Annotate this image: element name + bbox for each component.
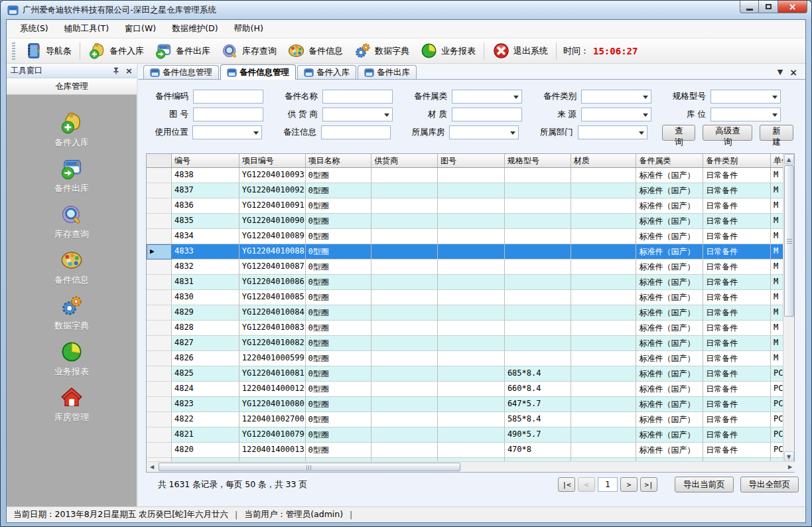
table-row[interactable]: 4823YG122040100800型圈647*5.7标准件（国产）日常备件PC bbox=[147, 397, 784, 412]
cell-供货商 bbox=[372, 321, 438, 336]
advanced-query-button[interactable]: 高级查询 bbox=[703, 125, 752, 141]
table-row[interactable]: 4830YG122040100850型圈标准件（国产）日常备件M bbox=[147, 290, 784, 305]
last-page-button[interactable]: >| bbox=[640, 477, 657, 492]
tab-list-dropdown-icon[interactable]: ▼ bbox=[778, 68, 783, 76]
table-row[interactable]: 4836YG122040100910型圈标准件（国产）日常备件M bbox=[147, 198, 784, 214]
close-button[interactable]: × bbox=[778, 1, 807, 13]
form-select-备件类别[interactable] bbox=[581, 90, 651, 104]
sidebar-item-warehouse[interactable]: 库房管理 bbox=[32, 386, 111, 431]
form-text-input-备件名称[interactable] bbox=[322, 90, 393, 104]
form-select-来 源[interactable] bbox=[581, 108, 651, 121]
scroll-right-icon[interactable]: ▶ bbox=[785, 463, 795, 472]
column-header-项目名称[interactable]: 项目名称 bbox=[306, 154, 372, 167]
sidebar-item-inventory-query[interactable]: 库存查询 bbox=[32, 202, 111, 248]
column-header-备件类别[interactable]: 备件类别 bbox=[703, 154, 771, 167]
cell-项目编号: YG12204010092 bbox=[239, 183, 306, 198]
column-header-供货商[interactable]: 供货商 bbox=[372, 154, 438, 167]
first-page-button[interactable]: |< bbox=[558, 477, 575, 492]
maximize-button[interactable] bbox=[759, 1, 778, 13]
column-header-规格型号[interactable]: 规格型号 bbox=[505, 154, 571, 167]
tool-window-close-icon[interactable]: × bbox=[125, 67, 133, 75]
tab-3[interactable]: 备件出库 bbox=[358, 65, 417, 79]
form-text-input-材 质[interactable] bbox=[452, 108, 522, 121]
toolbar-grip[interactable] bbox=[12, 42, 15, 60]
sidebar-item-report[interactable]: 业务报表 bbox=[32, 340, 111, 386]
form-text-input-备件编码[interactable] bbox=[193, 90, 263, 104]
table-row[interactable]: 4838YG122040100930型圈标准件（国产）日常备件M bbox=[147, 168, 784, 183]
table-row[interactable]: 4832YG122040100870型圈标准件（国产）日常备件M bbox=[147, 260, 784, 275]
query-button[interactable]: 查询 bbox=[662, 125, 696, 141]
table-row[interactable]: 4837YG122040100920型圈标准件（国产）日常备件M bbox=[147, 183, 784, 198]
field-label: 备件名称 bbox=[278, 91, 318, 102]
toolbar-navigator-button[interactable]: 导航条 bbox=[19, 40, 77, 62]
table-row[interactable]: 482212204010027000型圈585*8.4标准件（国产）日常备件PC bbox=[147, 412, 784, 427]
toolbar-data-dict-button[interactable]: 数据字典 bbox=[348, 40, 415, 62]
table-row[interactable]: 4828YG122040100830型圈标准件（国产）日常备件M bbox=[147, 321, 784, 336]
tab-2[interactable]: 备件入库 bbox=[297, 65, 356, 79]
toolbar-stock-in-button[interactable]: 备件入库 bbox=[83, 40, 149, 62]
export-current-page-button[interactable]: 导出当前页 bbox=[675, 477, 734, 492]
menu-item[interactable]: 窗口(W) bbox=[117, 21, 164, 37]
toolbar-inventory-query-button[interactable]: 库存查询 bbox=[216, 40, 282, 62]
vertical-scrollbar[interactable]: ▲ ▼ bbox=[783, 154, 794, 462]
form-text-input-图 号[interactable] bbox=[193, 108, 263, 121]
navigator-icon bbox=[25, 42, 42, 60]
form-select-供 货 商[interactable] bbox=[322, 108, 393, 121]
scroll-down-icon[interactable]: ▼ bbox=[784, 451, 794, 462]
horizontal-scroll-thumb[interactable] bbox=[159, 463, 460, 471]
export-all-pages-button[interactable]: 导出全部页 bbox=[740, 477, 799, 492]
form-select-库 位[interactable] bbox=[710, 108, 781, 121]
table-row[interactable]: 4829YG122040100840型圈标准件（国产）日常备件M bbox=[147, 305, 784, 321]
table-row[interactable]: 4834YG122040100890型圈标准件（国产）日常备件M bbox=[147, 229, 784, 244]
sidebar-item-stock-out[interactable]: 备件出库 bbox=[32, 157, 111, 202]
scroll-left-icon[interactable]: ◀ bbox=[147, 463, 157, 472]
table-row[interactable]: 4835YG122040100900型圈标准件（国产）日常备件M bbox=[147, 214, 784, 229]
form-select-所属库房[interactable] bbox=[449, 125, 519, 139]
table-row[interactable]: 4825YG122040100810型圈685*8.4标准件（国产）日常备件PC bbox=[147, 366, 784, 382]
minimize-button[interactable] bbox=[740, 1, 759, 13]
cell-编号: 4825 bbox=[172, 366, 239, 382]
form-text-input-备注信息[interactable] bbox=[321, 125, 391, 139]
tab-1-active[interactable]: 备件信息管理 bbox=[220, 64, 296, 80]
sidebar-item-parts-info[interactable]: 备件信息 bbox=[32, 248, 111, 294]
tab-close-icon[interactable]: × bbox=[789, 69, 797, 76]
column-header-图号[interactable]: 图号 bbox=[438, 154, 505, 167]
page-number-input[interactable]: 1 bbox=[598, 477, 618, 492]
pin-icon[interactable] bbox=[112, 67, 120, 75]
menu-item[interactable]: 数据维护(D) bbox=[164, 21, 226, 37]
table-row[interactable]: 482612204010005990型圈标准件（国产）日常备件M bbox=[147, 351, 784, 366]
scroll-up-icon[interactable]: ▲ bbox=[784, 154, 794, 165]
column-header-编号[interactable]: 编号 bbox=[172, 154, 239, 167]
tab-0[interactable]: 备件信息管理 bbox=[143, 65, 219, 79]
form-select-使用位置[interactable] bbox=[192, 125, 262, 139]
table-row[interactable]: 4831YG122040100860型圈标准件（国产）日常备件M bbox=[147, 275, 784, 290]
sidebar-group-header[interactable]: 仓库管理 bbox=[7, 78, 137, 95]
toolbar-exit-button[interactable]: 退出系统 bbox=[487, 40, 553, 62]
menu-item[interactable]: 帮助(H) bbox=[226, 21, 271, 37]
table-row-selected[interactable]: ▶4833YG122040100880型圈标准件（国产）日常备件M bbox=[147, 244, 784, 260]
toolbar-stock-out-button[interactable]: 备件出库 bbox=[149, 40, 216, 62]
form-select-规格型号[interactable] bbox=[710, 90, 781, 104]
toolbar-button-label: 备件出库 bbox=[176, 45, 210, 57]
form-select-所属部门[interactable] bbox=[578, 125, 647, 139]
horizontal-scrollbar[interactable]: ◀ ▶ bbox=[147, 461, 795, 472]
form-select-备件属类[interactable] bbox=[452, 90, 522, 104]
next-page-button[interactable]: > bbox=[620, 477, 638, 492]
column-header-单位[interactable]: 单位 bbox=[771, 154, 784, 167]
toolbar-report-button[interactable]: 业务报表 bbox=[415, 40, 481, 62]
sidebar-item-data-dict[interactable]: 数据字典 bbox=[32, 294, 111, 340]
toolbar-parts-info-button[interactable]: 备件信息 bbox=[282, 40, 348, 62]
table-row[interactable]: 482012204014000130型圈470*8标准件（国产）日常备件PC bbox=[147, 443, 784, 458]
table-row[interactable]: 4827YG122040100820型圈标准件（国产）日常备件M bbox=[147, 336, 784, 351]
table-row[interactable]: 4821YG122040100790型圈490*5.7标准件（国产）日常备件PC bbox=[147, 427, 784, 443]
new-button[interactable]: 新建 bbox=[760, 125, 793, 141]
cell-材质 bbox=[571, 412, 637, 427]
sidebar-item-stock-in[interactable]: 备件入库 bbox=[32, 111, 111, 157]
menu-item[interactable]: 系统(S) bbox=[12, 21, 56, 37]
table-row[interactable]: 482412204014000120型圈660*8.4标准件（国产）日常备件PC bbox=[147, 382, 784, 397]
vertical-scroll-thumb[interactable] bbox=[784, 165, 794, 317]
menu-item[interactable]: 辅助工具(T) bbox=[56, 21, 117, 37]
column-header-项目编号[interactable]: 项目编号 bbox=[239, 154, 306, 167]
column-header-备件属类[interactable]: 备件属类 bbox=[636, 154, 703, 167]
column-header-材质[interactable]: 材质 bbox=[571, 154, 637, 167]
